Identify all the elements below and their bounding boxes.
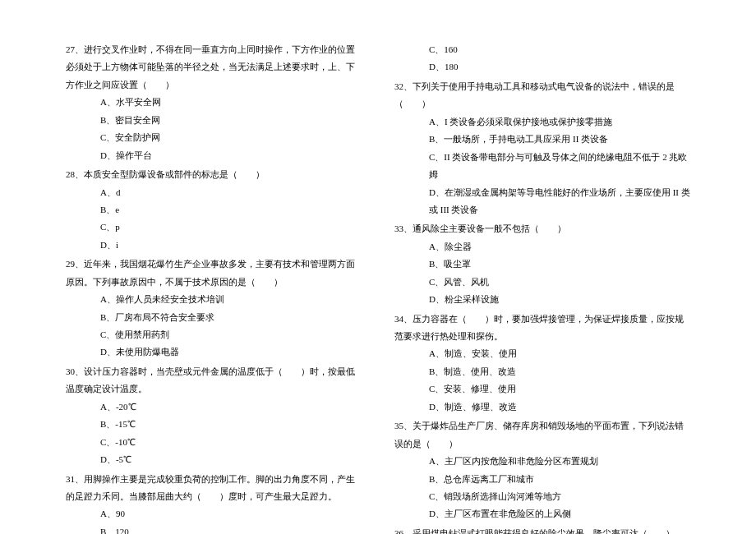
right-column: C、160 D、180 32、下列关于使用手持电动工具和移动式电气设备的说法中，… — [394, 41, 690, 534]
two-column-layout: 27、进行交叉作业时，不得在同一垂直方向上同时操作，下方作业的位置必须处于上方物… — [66, 41, 690, 534]
question-34: 34、压力容器在（ ）时，要加强焊接管理，为保证焊接质量，应按规范要求进行热处理… — [394, 311, 690, 417]
question-31-option-b: B、120 — [66, 523, 362, 534]
question-30: 30、设计压力容器时，当壳壁或元件金属的温度低于（ ）时，按最低温度确定设计温度… — [66, 363, 362, 469]
question-33: 33、通风除尘主要设备一般不包括（ ） A、除尘器 B、吸尘罩 C、风管、风机 … — [394, 220, 690, 308]
question-34-option-c: C、安装、修理、使用 — [394, 380, 690, 398]
question-32-option-c: C、II 类设备带电部分与可触及导体之间的绝缘电阻不低于 2 兆欧姆 — [394, 149, 690, 184]
question-32-option-a: A、I 类设备必须采取保护接地或保护接零措施 — [394, 113, 690, 131]
question-31-text: 31、用脚操作主要是完成较重负荷的控制工作。脚的出力角度不同，产生的足蹬力禾同。… — [66, 471, 362, 506]
question-35-text: 35、关于爆炸品生产厂房、储存库房和销毁场地的平面布置，下列说法错误的是（ ） — [394, 417, 690, 453]
question-31: 31、用脚操作主要是完成较重负荷的控制工作。脚的出力角度不同，产生的足蹬力禾同。… — [66, 471, 362, 535]
question-29-text: 29、近年来，我国烟花爆竹生产企业事故多发，主要有技术和管理两方面原因。下列事故… — [66, 255, 362, 291]
question-29-option-a: A、操作人员未经安全技术培训 — [66, 291, 362, 308]
question-27-option-a: A、水平安全网 — [66, 94, 362, 111]
question-27-text: 27、进行交叉作业时，不得在同一垂直方向上同时操作，下方作业的位置必须处于上方物… — [66, 41, 362, 94]
question-27-option-d: D、操作平台 — [66, 147, 362, 164]
question-33-option-c: C、风管、风机 — [394, 274, 690, 291]
question-28-option-b: B、e — [66, 201, 362, 219]
question-27-option-c: C、安全防护网 — [66, 129, 362, 146]
question-31-option-c: C、160 — [394, 41, 690, 58]
question-32-text: 32、下列关于使用手持电动工具和移动式电气设备的说法中，错误的是（ ） — [394, 78, 690, 113]
question-36-text: 36、采用煤电钻湿式打眼能获得良好的除尘效果，降尘率可达（ ） — [394, 525, 690, 534]
question-35-option-d: D、主厂区布置在非危险区的上风侧 — [394, 505, 690, 522]
question-30-option-b: B、-15℃ — [66, 416, 362, 433]
question-30-option-a: A、-20℃ — [66, 398, 362, 416]
question-35-option-b: B、总仓库远离工厂和城市 — [394, 471, 690, 488]
question-34-option-b: B、制造、使用、改造 — [394, 363, 690, 380]
question-33-text: 33、通风除尘主要设备一般不包括（ ） — [394, 220, 690, 237]
question-36: 36、采用煤电钻湿式打眼能获得良好的除尘效果，降尘率可达（ ） A、75%～80… — [394, 525, 690, 534]
question-34-text: 34、压力容器在（ ）时，要加强焊接管理，为保证焊接质量，应按规范要求进行热处理… — [394, 311, 690, 346]
question-27-option-b: B、密目安全网 — [66, 112, 362, 129]
question-28-text: 28、本质安全型防爆设备或部件的标志是（ ） — [66, 166, 362, 183]
question-29: 29、近年来，我国烟花爆竹生产企业事故多发，主要有技术和管理两方面原因。下列事故… — [66, 255, 362, 361]
question-35-option-a: A、主厂区内按危险和非危险分区布置规划 — [394, 453, 690, 470]
question-31-cont: C、160 D、180 — [394, 41, 690, 76]
question-32: 32、下列关于使用手持电动工具和移动式电气设备的说法中，错误的是（ ） A、I … — [394, 78, 690, 219]
question-34-option-a: A、制造、安装、使用 — [394, 345, 690, 362]
question-31-option-a: A、90 — [66, 505, 362, 522]
question-33-option-a: A、除尘器 — [394, 238, 690, 255]
question-31-option-d: D、180 — [394, 58, 690, 76]
question-29-option-b: B、厂房布局不符合安全要求 — [66, 309, 362, 326]
question-29-option-d: D、未使用防爆电器 — [66, 343, 362, 361]
question-32-option-d: D、在潮湿或金属构架等导电性能好的作业场所，主要应使用 II 类或 III 类设… — [394, 184, 690, 219]
question-30-option-c: C、-10℃ — [66, 434, 362, 451]
question-34-option-d: D、制造、修理、改造 — [394, 398, 690, 416]
question-35-option-c: C、销毁场所选择山沟河滩等地方 — [394, 488, 690, 505]
question-28-option-a: A、d — [66, 184, 362, 201]
left-column: 27、进行交叉作业时，不得在同一垂直方向上同时操作，下方作业的位置必须处于上方物… — [66, 41, 362, 534]
question-28-option-d: D、i — [66, 237, 362, 254]
question-33-option-b: B、吸尘罩 — [394, 255, 690, 273]
question-35: 35、关于爆炸品生产厂房、储存库房和销毁场地的平面布置，下列说法错误的是（ ） … — [394, 417, 690, 523]
question-33-option-d: D、粉尘采样设施 — [394, 291, 690, 308]
question-30-text: 30、设计压力容器时，当壳壁或元件金属的温度低于（ ）时，按最低温度确定设计温度… — [66, 363, 362, 398]
question-28: 28、本质安全型防爆设备或部件的标志是（ ） A、d B、e C、p D、i — [66, 166, 362, 254]
question-29-option-c: C、使用禁用药剂 — [66, 326, 362, 343]
question-32-option-b: B、一般场所，手持电动工具应采用 II 类设备 — [394, 131, 690, 148]
question-30-option-d: D、-5℃ — [66, 451, 362, 468]
question-28-option-c: C、p — [66, 219, 362, 236]
question-27: 27、进行交叉作业时，不得在同一垂直方向上同时操作，下方作业的位置必须处于上方物… — [66, 41, 362, 164]
